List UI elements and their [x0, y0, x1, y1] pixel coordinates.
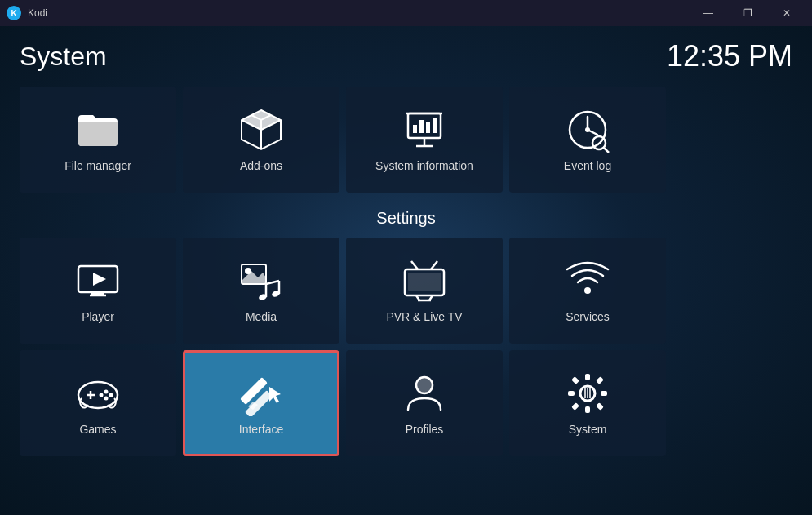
- tile-player-label: Player: [82, 310, 114, 323]
- svg-line-19: [588, 130, 597, 135]
- svg-rect-56: [585, 374, 590, 380]
- tile-profiles[interactable]: Profiles: [346, 350, 503, 456]
- titlebar: K Kodi — ❐ ✕: [0, 0, 812, 26]
- svg-rect-62: [571, 402, 579, 411]
- svg-point-46: [109, 393, 113, 397]
- maximize-button[interactable]: ❐: [729, 0, 766, 26]
- tile-system[interactable]: System: [509, 350, 666, 456]
- minimize-button[interactable]: —: [690, 0, 727, 26]
- svg-rect-12: [433, 118, 437, 133]
- tv-icon: [402, 258, 447, 304]
- app-title: Kodi: [28, 7, 47, 19]
- kodi-logo-icon: K: [7, 6, 21, 20]
- header: System 12:35 PM: [20, 39, 792, 73]
- system-info-icon: [402, 107, 447, 153]
- close-button[interactable]: ✕: [768, 0, 805, 26]
- svg-rect-58: [568, 391, 575, 396]
- tile-event-log[interactable]: Event log: [509, 87, 666, 193]
- folder-icon: [75, 107, 121, 153]
- svg-line-21: [604, 148, 609, 153]
- tile-games-label: Games: [79, 423, 116, 436]
- media-icon: [238, 258, 284, 304]
- svg-line-30: [266, 281, 279, 284]
- page-title: System: [20, 42, 107, 72]
- svg-line-35: [411, 261, 418, 269]
- svg-rect-57: [585, 406, 590, 413]
- svg-rect-37: [408, 273, 441, 291]
- svg-rect-10: [419, 120, 424, 133]
- clock-display: 12:35 PM: [667, 39, 792, 73]
- svg-rect-61: [596, 376, 604, 384]
- tile-profiles-label: Profiles: [406, 423, 444, 436]
- window-controls: — ❐ ✕: [690, 0, 805, 26]
- svg-marker-28: [242, 271, 266, 284]
- profile-icon: [402, 371, 447, 416]
- svg-marker-23: [93, 273, 106, 286]
- settings-section-label: Settings: [20, 209, 792, 228]
- interface-icon: [238, 371, 284, 416]
- tile-file-manager-label: File manager: [64, 159, 131, 172]
- tile-media-label: Media: [246, 310, 277, 323]
- svg-rect-25: [91, 292, 104, 295]
- tile-services-label: Services: [566, 310, 610, 323]
- gamepad-icon: [75, 371, 121, 416]
- svg-rect-63: [596, 402, 604, 411]
- box-icon: [238, 107, 284, 153]
- player-icon: [75, 258, 121, 304]
- svg-text:K: K: [11, 9, 17, 18]
- tile-event-log-label: Event log: [564, 159, 611, 172]
- svg-rect-60: [571, 376, 579, 384]
- tile-services[interactable]: Services: [509, 238, 666, 344]
- svg-point-54: [416, 377, 433, 393]
- tile-system-information[interactable]: System information: [346, 87, 503, 193]
- system-gear-icon: [565, 371, 610, 416]
- tile-pvr-label: PVR & Live TV: [386, 310, 462, 323]
- tile-games[interactable]: Games: [20, 350, 176, 456]
- titlebar-left: K Kodi: [7, 6, 47, 20]
- tile-interface-label: Interface: [239, 423, 283, 436]
- svg-point-45: [104, 390, 109, 394]
- tile-media[interactable]: Media: [183, 238, 339, 344]
- svg-marker-52: [269, 387, 281, 403]
- svg-point-47: [104, 397, 109, 401]
- tile-system-information-label: System information: [375, 159, 473, 172]
- svg-point-41: [584, 287, 591, 294]
- svg-line-36: [431, 261, 437, 269]
- tile-add-ons[interactable]: Add-ons: [183, 87, 339, 193]
- settings-row-1: Player Media: [20, 238, 792, 344]
- tile-player[interactable]: Player: [20, 238, 176, 344]
- event-log-icon: [565, 107, 610, 153]
- svg-rect-11: [426, 122, 430, 133]
- main-content: System 12:35 PM File manager: [0, 26, 812, 515]
- svg-rect-9: [413, 125, 417, 133]
- services-icon: [565, 258, 610, 304]
- tile-interface[interactable]: Interface: [183, 350, 339, 456]
- tile-pvr-live-tv[interactable]: PVR & Live TV: [346, 238, 503, 344]
- tile-system-label: System: [569, 423, 607, 436]
- settings-row-2: Games Interface Profiles: [20, 350, 792, 456]
- svg-rect-59: [601, 391, 607, 396]
- tile-file-manager[interactable]: File manager: [20, 87, 176, 193]
- top-tiles-row: File manager Add-ons: [20, 87, 792, 193]
- tile-add-ons-label: Add-ons: [240, 159, 282, 172]
- svg-point-48: [100, 393, 104, 397]
